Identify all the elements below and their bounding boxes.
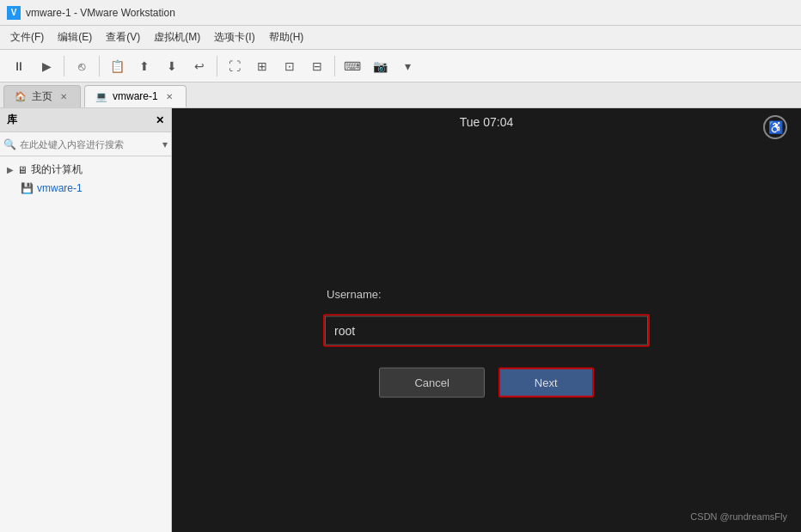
tab-bar: 🏠 主页 ✕ 💻 vmware-1 ✕ [0, 83, 801, 108]
window-title: vmware-1 - VMware Workstation [26, 7, 175, 19]
tab-vmware-1[interactable]: 💻 vmware-1 ✕ [84, 85, 186, 107]
snapshot-button[interactable]: 📋 [105, 54, 129, 78]
username-input[interactable] [325, 315, 648, 345]
vm-tab-icon: 💻 [95, 91, 107, 102]
computer-icon: 🖥 [17, 164, 28, 176]
unity-button[interactable]: ⊟ [305, 54, 329, 78]
send-ctrl-alt-del-button[interactable]: ⎋ [70, 54, 94, 78]
my-computer-item[interactable]: ▶ 🖥 我的计算机 [0, 160, 171, 180]
search-icon: 🔍 [3, 138, 16, 150]
menu-file[interactable]: 文件(F) [3, 27, 51, 48]
app-icon: V [7, 6, 21, 20]
main-layout: 库 ✕ 🔍 ▾ ▶ 🖥 我的计算机 💾 vmware-1 Tue 07:04 [0, 108, 801, 532]
watermark-text: CSDN @rundreamsFly [690, 511, 787, 522]
screenshot-button[interactable]: 📷 [368, 54, 392, 78]
my-computer-label: 我的计算机 [31, 162, 83, 177]
form-buttons: Cancel Next [323, 367, 650, 397]
suspend-button[interactable]: ⬆ [132, 54, 156, 78]
resume-button[interactable]: ⬇ [160, 54, 184, 78]
tab-vmware-1-close[interactable]: ✕ [163, 90, 175, 102]
fit-window-button[interactable]: ⊡ [278, 54, 302, 78]
cancel-button[interactable]: Cancel [379, 367, 484, 397]
toolbar-separator-1 [64, 56, 64, 76]
search-dropdown-icon[interactable]: ▾ [162, 138, 168, 150]
username-input-wrapper [323, 314, 650, 346]
toolbar-separator-4 [334, 56, 335, 76]
menu-view[interactable]: 查看(V) [99, 27, 147, 48]
menu-bar: 文件(F) 编辑(E) 查看(V) 虚拟机(M) 选项卡(I) 帮助(H) [0, 26, 801, 50]
tab-vmware-1-label: vmware-1 [113, 90, 158, 102]
accessibility-icon[interactable]: ♿ [763, 115, 787, 139]
username-label: Username: [327, 287, 382, 300]
tab-home[interactable]: 🏠 主页 ✕ [3, 85, 81, 107]
vm-display[interactable]: Tue 07:04 ♿ Username: Cancel Next CSDN @… [172, 108, 801, 532]
toolbar: ⏸ ▶ ⎋ 📋 ⬆ ⬇ ↩ ⛶ ⊞ ⊡ ⊟ ⌨ 📷 ▾ [0, 50, 801, 83]
fullscreen-button[interactable]: ⛶ [223, 54, 247, 78]
sidebar: 库 ✕ 🔍 ▾ ▶ 🖥 我的计算机 💾 vmware-1 [0, 108, 172, 532]
pause-button[interactable]: ⏸ [7, 54, 31, 78]
vm-clock: Tue 07:04 [460, 115, 514, 129]
vm-icon: 💾 [21, 182, 34, 194]
toolbar-separator-3 [217, 56, 217, 76]
title-bar: V vmware-1 - VMware Workstation [0, 0, 801, 26]
toolbar-separator-2 [99, 56, 100, 76]
next-button[interactable]: Next [498, 367, 594, 397]
sidebar-search: 🔍 ▾ [0, 132, 171, 156]
sidebar-header: 库 ✕ [0, 108, 171, 132]
login-form: Username: Cancel Next [323, 287, 650, 397]
vm-label: vmware-1 [37, 182, 83, 194]
vm-screen[interactable]: Tue 07:04 ♿ Username: Cancel Next CSDN @… [172, 108, 801, 532]
menu-help[interactable]: 帮助(H) [262, 27, 311, 48]
search-input[interactable] [20, 139, 159, 150]
tab-home-close[interactable]: ✕ [58, 91, 70, 103]
vm-item-vmware-1[interactable]: 💾 vmware-1 [0, 180, 171, 197]
play-button[interactable]: ▶ [34, 54, 58, 78]
sidebar-title: 库 [7, 113, 17, 127]
menu-vm[interactable]: 虚拟机(M) [147, 27, 207, 48]
sidebar-tree: ▶ 🖥 我的计算机 💾 vmware-1 [0, 156, 171, 200]
vm-topbar: Tue 07:04 ♿ [172, 108, 801, 136]
sidebar-close-icon[interactable]: ✕ [156, 114, 164, 126]
watermark: CSDN @rundreamsFly [690, 511, 787, 522]
menu-tabs[interactable]: 选项卡(I) [207, 27, 261, 48]
tab-home-label: 主页 [32, 89, 52, 104]
fit-guest-button[interactable]: ⊞ [250, 54, 274, 78]
menu-edit[interactable]: 编辑(E) [51, 27, 99, 48]
send-key-button[interactable]: ⌨ [340, 54, 364, 78]
more-button[interactable]: ▾ [395, 54, 419, 78]
home-icon: 🏠 [15, 91, 27, 102]
expand-icon: ▶ [7, 165, 14, 174]
revert-button[interactable]: ↩ [187, 54, 211, 78]
